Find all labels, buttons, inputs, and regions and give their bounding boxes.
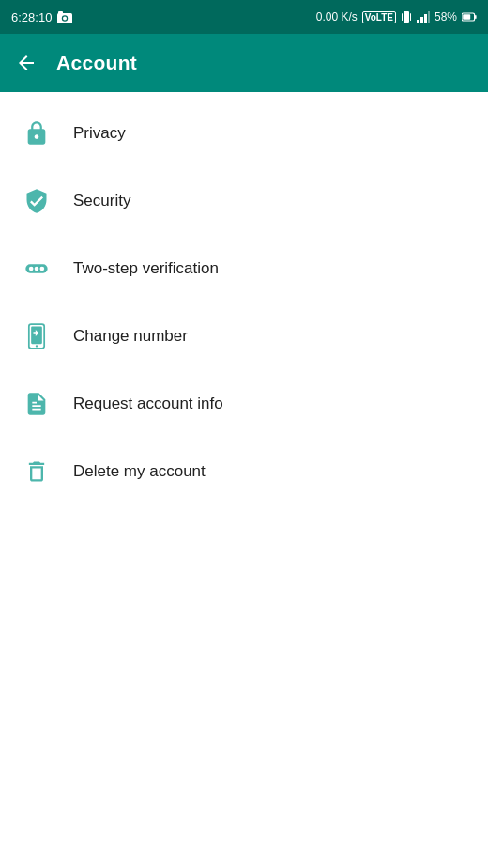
svg-rect-8 [420, 17, 423, 23]
menu-item-privacy[interactable]: Privacy [0, 100, 488, 167]
battery-icon [462, 11, 477, 23]
svg-rect-10 [428, 11, 430, 23]
document-icon [19, 386, 54, 422]
vibrate-icon [401, 9, 412, 24]
svg-point-20 [36, 345, 38, 347]
menu-item-security[interactable]: Security [0, 167, 488, 235]
svg-rect-4 [404, 11, 409, 23]
app-header: Account [0, 34, 488, 92]
lock-icon [19, 116, 54, 151]
svg-rect-3 [58, 11, 63, 14]
dots-icon [19, 251, 54, 287]
trash-icon [19, 454, 54, 489]
security-label: Security [73, 192, 130, 210]
two-step-label: Two-step verification [73, 259, 219, 278]
svg-point-17 [40, 267, 45, 271]
menu-item-delete-account[interactable]: Delete my account [0, 438, 488, 505]
menu-item-request-info[interactable]: Request account info [0, 370, 488, 438]
svg-point-15 [29, 267, 34, 271]
svg-rect-9 [424, 14, 427, 23]
status-right: 0.00 K/s VoLTE 58% [316, 9, 477, 24]
svg-rect-6 [410, 13, 411, 21]
shield-icon [19, 183, 54, 219]
speed-display: 0.00 K/s [316, 10, 358, 23]
time-display: 6:28:10 [11, 10, 52, 24]
phone-change-icon [19, 318, 54, 354]
page-title: Account [56, 52, 137, 74]
photo-icon [57, 11, 72, 23]
volte-badge: VoLTE [362, 11, 396, 23]
signal-icon [417, 10, 430, 23]
status-left: 6:28:10 [11, 10, 72, 24]
request-info-label: Request account info [73, 395, 223, 413]
delete-account-label: Delete my account [73, 462, 206, 481]
svg-rect-5 [402, 13, 403, 21]
svg-rect-12 [475, 15, 477, 19]
menu-item-change-number[interactable]: Change number [0, 302, 488, 370]
svg-rect-7 [417, 20, 419, 23]
battery-display: 58% [435, 10, 457, 23]
menu-item-two-step[interactable]: Two-step verification [0, 235, 488, 302]
back-button[interactable] [15, 52, 38, 74]
svg-rect-13 [463, 14, 470, 20]
svg-point-2 [63, 16, 67, 20]
privacy-label: Privacy [73, 124, 126, 143]
change-number-label: Change number [73, 327, 188, 346]
svg-point-16 [35, 267, 39, 271]
account-menu: Privacy Security Two-step verification [0, 92, 488, 513]
status-bar: 6:28:10 0.00 K/s VoLTE 58% [0, 0, 488, 34]
